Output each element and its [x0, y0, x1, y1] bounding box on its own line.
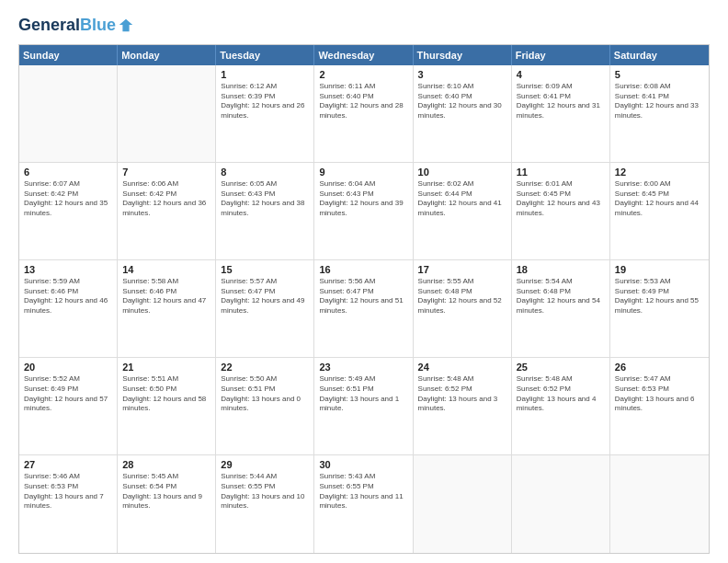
- day-info: Sunrise: 6:04 AMSunset: 6:43 PMDaylight:…: [319, 179, 407, 219]
- day-number: 14: [122, 264, 210, 275]
- cal-cell: 24Sunrise: 5:48 AMSunset: 6:52 PMDayligh…: [414, 358, 512, 454]
- day-number: 19: [615, 264, 704, 275]
- day-number: 22: [221, 362, 309, 373]
- day-number: 3: [418, 69, 506, 80]
- day-info: Sunrise: 5:46 AMSunset: 6:53 PMDaylight:…: [24, 472, 112, 511]
- cal-cell: 26Sunrise: 5:47 AMSunset: 6:53 PMDayligh…: [610, 358, 709, 454]
- day-info: Sunrise: 5:50 AMSunset: 6:51 PMDaylight:…: [221, 374, 309, 414]
- cal-week: 13Sunrise: 5:59 AMSunset: 6:46 PMDayligh…: [19, 260, 709, 358]
- cal-cell: 30Sunrise: 5:43 AMSunset: 6:55 PMDayligh…: [314, 455, 413, 553]
- day-info: Sunrise: 5:45 AMSunset: 6:54 PMDaylight:…: [122, 472, 210, 511]
- cal-header-cell: Sunday: [19, 45, 118, 65]
- day-number: 25: [517, 362, 605, 373]
- day-number: 27: [24, 459, 112, 470]
- day-number: 13: [24, 264, 112, 275]
- day-number: 6: [24, 167, 112, 178]
- cal-cell: [610, 455, 709, 553]
- cal-cell: 10Sunrise: 6:02 AMSunset: 6:44 PMDayligh…: [414, 163, 512, 259]
- day-number: 18: [517, 264, 605, 275]
- cal-cell: 15Sunrise: 5:57 AMSunset: 6:47 PMDayligh…: [216, 260, 314, 357]
- day-info: Sunrise: 6:06 AMSunset: 6:42 PMDaylight:…: [122, 179, 210, 219]
- header: GeneralBlue: [18, 17, 710, 35]
- day-info: Sunrise: 5:52 AMSunset: 6:49 PMDaylight:…: [24, 374, 112, 414]
- day-number: 9: [319, 167, 407, 178]
- cal-cell: 23Sunrise: 5:49 AMSunset: 6:51 PMDayligh…: [314, 358, 413, 454]
- day-info: Sunrise: 6:10 AMSunset: 6:40 PMDaylight:…: [418, 82, 506, 121]
- day-info: Sunrise: 6:12 AMSunset: 6:39 PMDaylight:…: [221, 82, 309, 121]
- logo: GeneralBlue: [18, 17, 134, 35]
- cal-header-cell: Saturday: [610, 45, 709, 65]
- day-info: Sunrise: 5:43 AMSunset: 6:55 PMDaylight:…: [319, 472, 407, 511]
- day-info: Sunrise: 5:44 AMSunset: 6:55 PMDaylight:…: [221, 472, 309, 511]
- day-number: 30: [319, 459, 407, 470]
- day-number: 20: [24, 362, 112, 373]
- cal-cell: 7Sunrise: 6:06 AMSunset: 6:42 PMDaylight…: [118, 163, 216, 259]
- day-number: 12: [615, 167, 704, 178]
- cal-cell: 4Sunrise: 6:09 AMSunset: 6:41 PMDaylight…: [512, 65, 610, 162]
- day-number: 28: [122, 459, 210, 470]
- day-info: Sunrise: 5:47 AMSunset: 6:53 PMDaylight:…: [615, 374, 704, 414]
- cal-cell: 25Sunrise: 5:48 AMSunset: 6:52 PMDayligh…: [512, 358, 610, 454]
- day-number: 29: [221, 459, 309, 470]
- day-info: Sunrise: 6:01 AMSunset: 6:45 PMDaylight:…: [517, 179, 605, 219]
- day-number: 10: [418, 167, 506, 178]
- cal-cell: 13Sunrise: 5:59 AMSunset: 6:46 PMDayligh…: [19, 260, 118, 357]
- cal-cell: 28Sunrise: 5:45 AMSunset: 6:54 PMDayligh…: [118, 455, 216, 553]
- cal-cell: 1Sunrise: 6:12 AMSunset: 6:39 PMDaylight…: [216, 65, 314, 162]
- day-info: Sunrise: 5:55 AMSunset: 6:48 PMDaylight:…: [418, 277, 506, 316]
- day-number: 15: [221, 264, 309, 275]
- day-info: Sunrise: 6:00 AMSunset: 6:45 PMDaylight:…: [615, 179, 704, 219]
- day-number: 8: [221, 167, 309, 178]
- day-info: Sunrise: 5:56 AMSunset: 6:47 PMDaylight:…: [319, 277, 407, 316]
- cal-cell: 19Sunrise: 5:53 AMSunset: 6:49 PMDayligh…: [610, 260, 709, 357]
- logo-icon: [118, 17, 134, 34]
- day-number: 5: [615, 69, 704, 80]
- cal-cell: 16Sunrise: 5:56 AMSunset: 6:47 PMDayligh…: [314, 260, 413, 357]
- cal-cell: 20Sunrise: 5:52 AMSunset: 6:49 PMDayligh…: [19, 358, 118, 454]
- day-info: Sunrise: 5:48 AMSunset: 6:52 PMDaylight:…: [517, 374, 605, 414]
- cal-cell: [414, 455, 512, 553]
- day-number: 26: [615, 362, 704, 373]
- cal-cell: [118, 65, 216, 162]
- day-info: Sunrise: 6:11 AMSunset: 6:40 PMDaylight:…: [319, 82, 407, 121]
- day-number: 24: [418, 362, 506, 373]
- day-info: Sunrise: 6:02 AMSunset: 6:44 PMDaylight:…: [418, 179, 506, 219]
- cal-cell: [512, 455, 610, 553]
- cal-cell: 6Sunrise: 6:07 AMSunset: 6:42 PMDaylight…: [19, 163, 118, 259]
- cal-header-cell: Friday: [512, 45, 610, 65]
- day-info: Sunrise: 6:05 AMSunset: 6:43 PMDaylight:…: [221, 179, 309, 219]
- cal-week: 6Sunrise: 6:07 AMSunset: 6:42 PMDaylight…: [19, 163, 709, 260]
- cal-cell: 18Sunrise: 5:54 AMSunset: 6:48 PMDayligh…: [512, 260, 610, 357]
- calendar-header: SundayMondayTuesdayWednesdayThursdayFrid…: [19, 45, 709, 65]
- day-number: 21: [122, 362, 210, 373]
- cal-cell: 14Sunrise: 5:58 AMSunset: 6:46 PMDayligh…: [118, 260, 216, 357]
- cal-cell: 2Sunrise: 6:11 AMSunset: 6:40 PMDaylight…: [314, 65, 413, 162]
- cal-cell: 8Sunrise: 6:05 AMSunset: 6:43 PMDaylight…: [216, 163, 314, 259]
- day-number: 23: [319, 362, 407, 373]
- day-number: 2: [319, 69, 407, 80]
- day-number: 17: [418, 264, 506, 275]
- cal-cell: 12Sunrise: 6:00 AMSunset: 6:45 PMDayligh…: [610, 163, 709, 259]
- cal-header-cell: Thursday: [414, 45, 512, 65]
- cal-cell: 17Sunrise: 5:55 AMSunset: 6:48 PMDayligh…: [414, 260, 512, 357]
- cal-cell: 21Sunrise: 5:51 AMSunset: 6:50 PMDayligh…: [118, 358, 216, 454]
- calendar-body: 1Sunrise: 6:12 AMSunset: 6:39 PMDaylight…: [19, 65, 709, 553]
- day-info: Sunrise: 6:07 AMSunset: 6:42 PMDaylight:…: [24, 179, 112, 219]
- logo-text: GeneralBlue: [18, 17, 116, 35]
- day-info: Sunrise: 5:51 AMSunset: 6:50 PMDaylight:…: [122, 374, 210, 414]
- day-number: 4: [517, 69, 605, 80]
- day-info: Sunrise: 5:58 AMSunset: 6:46 PMDaylight:…: [122, 277, 210, 316]
- day-info: Sunrise: 5:57 AMSunset: 6:47 PMDaylight:…: [221, 277, 309, 316]
- day-number: 11: [517, 167, 605, 178]
- day-info: Sunrise: 5:54 AMSunset: 6:48 PMDaylight:…: [517, 277, 605, 316]
- day-number: 7: [122, 167, 210, 178]
- day-number: 16: [319, 264, 407, 275]
- cal-cell: [19, 65, 118, 162]
- day-info: Sunrise: 5:49 AMSunset: 6:51 PMDaylight:…: [319, 374, 407, 414]
- day-info: Sunrise: 5:48 AMSunset: 6:52 PMDaylight:…: [418, 374, 506, 414]
- cal-cell: 9Sunrise: 6:04 AMSunset: 6:43 PMDaylight…: [314, 163, 413, 259]
- cal-header-cell: Monday: [118, 45, 216, 65]
- cal-header-cell: Wednesday: [314, 45, 413, 65]
- day-info: Sunrise: 6:09 AMSunset: 6:41 PMDaylight:…: [517, 82, 605, 121]
- cal-cell: 22Sunrise: 5:50 AMSunset: 6:51 PMDayligh…: [216, 358, 314, 454]
